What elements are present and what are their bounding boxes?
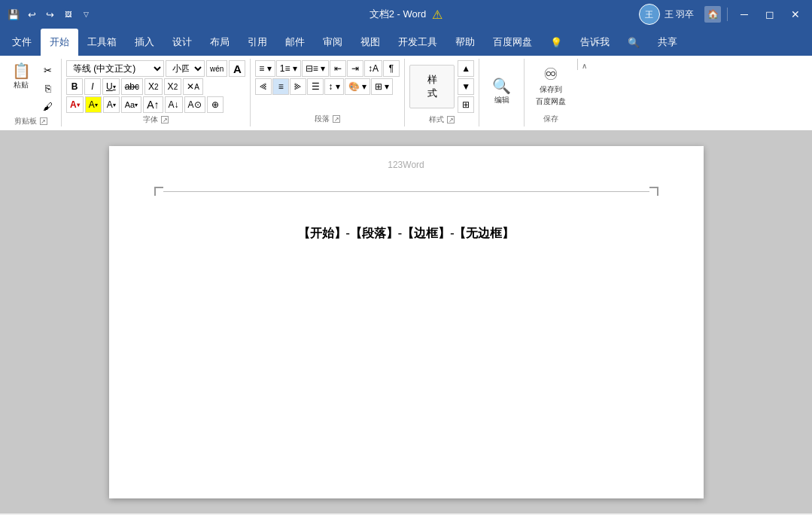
copy-button[interactable]: ⎘ [39,80,56,96]
menu-baidu[interactable]: 百度网盘 [484,29,541,56]
style-up-button[interactable]: ▲ [458,60,474,77]
decrease-indent-button[interactable]: ⇤ [330,60,346,77]
undo-qa-icon[interactable]: ↩ [24,7,39,22]
menu-toolbox[interactable]: 工具箱 [78,29,126,56]
underline-button[interactable]: U ▾ [102,78,120,95]
highlight-button[interactable]: A ▾ [85,96,102,113]
font-row-2: B I U ▾ abc X2 X2 ✕A [66,78,203,95]
line-spacing-button[interactable]: ↕ ▾ [324,78,343,95]
editing-icon: 🔍 [492,78,511,93]
multilevel-list-button[interactable]: ⊟≡ ▾ [302,60,329,77]
clipboard-expand-icon[interactable]: ↗ [40,117,47,125]
document-content[interactable]: 【开始】-【段落】-【边框】-【无边框】 [169,221,643,245]
menu-file[interactable]: 文件 [3,29,41,56]
strikethrough-button[interactable]: abc [121,78,143,95]
font-family-select[interactable]: 等线 (中文正文) [66,60,164,77]
user-initials: 王 [645,9,653,20]
numbering-button[interactable]: 1≡ ▾ [276,60,301,77]
menu-review[interactable]: 审阅 [314,29,351,56]
change-case-button[interactable]: Aa ▾ [121,96,141,113]
bullets-button[interactable]: ≡ ▾ [255,60,275,77]
document-page[interactable]: 123Word 【开始】-【段落】-【边框】-【无边框】 [109,146,704,498]
user-avatar[interactable]: 王 [639,4,660,25]
font-expand-icon[interactable]: ↗ [161,116,169,123]
font-enlarge-button[interactable]: A [229,60,245,77]
align-right-button[interactable]: ⫸ [290,78,306,95]
menu-home[interactable]: 开始 [41,29,78,56]
wen-button[interactable]: wén [206,60,227,77]
grow-font-button[interactable]: A↑ [143,96,163,113]
editing-group: 🔍 编辑 [479,59,525,126]
menu-references[interactable]: 引用 [239,29,276,56]
menu-layout[interactable]: 布局 [201,29,239,56]
document-area: 123Word 【开始】-【段落】-【边框】-【无边框】 [0,131,812,513]
ribbon-display-icon[interactable]: 🏠 [704,6,721,23]
menu-mailings[interactable]: 邮件 [276,29,314,56]
align-left-button[interactable]: ⫷ [255,78,272,95]
redo-qa-icon[interactable]: ↪ [42,7,57,22]
increase-indent-button[interactable]: ⇥ [347,60,363,77]
shrink-font-button[interactable]: A↓ [165,96,183,113]
username: 王 羽卒 [665,8,694,21]
dropdown-qa-icon[interactable]: ▽ [78,7,93,22]
window-controls: 王 王 羽卒 🏠 ─ ◻ ✕ [639,4,806,25]
quick-access-toolbar: 💾 ↩ ↪ 🖼 ▽ [6,7,93,22]
page-header-text: 123Word [109,160,704,170]
title-bar: 💾 ↩ ↪ 🖼 ▽ 文档2 - Word ⚠ 王 王 羽卒 🏠 ─ ◻ ✕ [0,0,812,29]
superscript-button[interactable]: X2 [164,78,182,95]
style-down-button[interactable]: ▼ [458,78,474,95]
ribbon-collapse-button[interactable]: ∧ [577,59,591,70]
warning-icon: ⚠ [432,8,442,22]
style-more-button[interactable]: ⊞ [458,96,474,113]
menu-search-icon[interactable]: 🔍 [619,29,649,56]
style-group: 样式 ▲ ▼ ⊞ 样式 ↗ [405,59,479,126]
editing-button[interactable]: 🔍 编辑 [488,75,515,108]
menu-tell-me-icon[interactable]: 💡 [541,29,571,56]
menu-share[interactable]: 共享 [649,29,686,56]
align-center-button[interactable]: ≡ [272,78,289,95]
justify-button[interactable]: ☰ [307,78,324,95]
shading-button[interactable]: A ▾ [103,96,120,113]
ruler-line [163,191,649,192]
paragraph-expand-icon[interactable]: ↗ [333,115,340,123]
para-row-1: ≡ ▾ 1≡ ▾ ⊟≡ ▾ ⇤ ⇥ ↕A ¶ [255,60,400,77]
paste-button[interactable]: 📋 粘贴 [5,60,38,93]
clipboard-group: 📋 粘贴 ✂ ⎘ 🖌 剪贴板 ↗ [0,59,62,126]
menu-help[interactable]: 帮助 [446,29,484,56]
save-qa-icon[interactable]: 💾 [6,7,21,22]
minimize-button[interactable]: ─ [734,4,755,25]
ruler-corner-right [649,187,658,196]
clipboard-label: 剪贴板 ↗ [5,114,56,129]
style-normal-box[interactable]: 样式 [409,65,455,108]
font-size-select[interactable]: 小四 五号 四号 [166,60,205,77]
subscript-button[interactable]: X2 [144,78,163,95]
cut-button[interactable]: ✂ [39,62,56,78]
menu-tell-me[interactable]: 告诉我 [571,29,619,56]
shading-para-button[interactable]: 🎨 ▾ [345,78,370,95]
italic-button[interactable]: I [84,78,101,95]
sort-button[interactable]: ↕A [364,60,382,77]
font-color-button[interactable]: A ▾ [66,96,84,113]
baidu-save-label: 保存 [529,112,573,126]
border-font-button[interactable]: ⊕ [207,96,224,113]
menu-insert[interactable]: 插入 [126,29,163,56]
style-expand-icon[interactable]: ↗ [447,116,455,123]
char-shading-button[interactable]: A⊙ [184,96,205,113]
customize-qa-icon[interactable]: 🖼 [60,7,75,22]
show-marks-button[interactable]: ¶ [383,60,400,77]
format-painter-button[interactable]: 🖌 [39,98,56,114]
clear-format-button[interactable]: ✕A [183,78,203,95]
restore-button[interactable]: ◻ [759,4,780,25]
menu-developer[interactable]: 开发工具 [389,29,446,56]
menu-design[interactable]: 设计 [163,29,201,56]
ruler-corner-left [154,187,163,196]
menu-view[interactable]: 视图 [351,29,389,56]
font-group-content: 等线 (中文正文) 小四 五号 四号 wén A B I U ▾ abc X2 … [66,60,245,113]
border-button[interactable]: ⊞ ▾ [371,78,393,95]
close-button[interactable]: ✕ [785,4,806,25]
font-label: 字体 ↗ [66,113,245,127]
style-label: 样式 ↗ [409,113,474,127]
font-row-3: A ▾ A ▾ A ▾ Aa ▾ A↑ A↓ A⊙ ⊕ [66,96,224,113]
baidu-save-button[interactable]: ♾ 保存到 百度网盘 [531,63,570,110]
bold-button[interactable]: B [66,78,83,95]
